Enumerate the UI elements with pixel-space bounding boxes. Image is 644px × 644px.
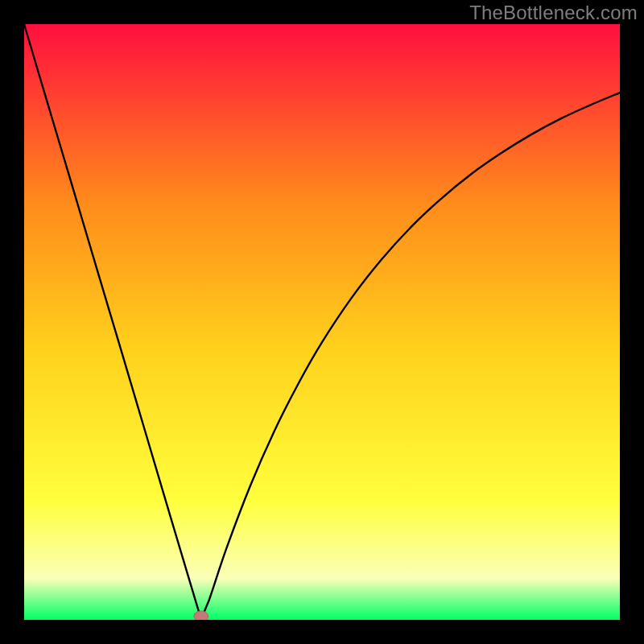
chart-svg (24, 24, 620, 620)
watermark-text: TheBottleneck.com (469, 2, 638, 24)
plot-area (24, 24, 620, 620)
min-marker (194, 611, 208, 620)
chart-frame: TheBottleneck.com (0, 0, 644, 644)
